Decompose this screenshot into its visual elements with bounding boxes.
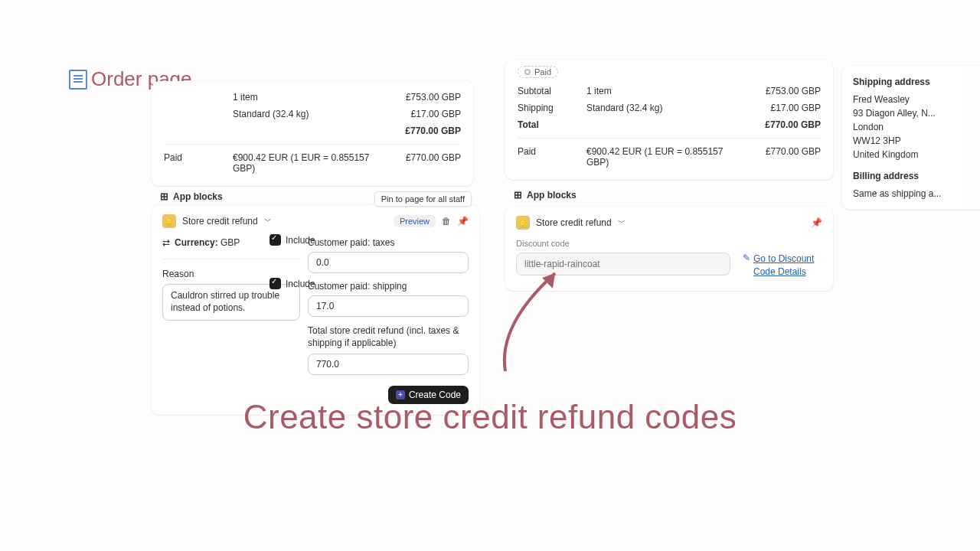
order-summary-left: 1 item £753.00 GBP Standard (32.4 kg) £1… xyxy=(152,81,473,186)
app-icon: 🪙 xyxy=(516,216,530,230)
include-shipping-checkbox[interactable] xyxy=(270,278,281,289)
ship-method: Standard xyxy=(233,109,270,119)
app-blocks-header: ⊞ App blocks xyxy=(160,191,223,202)
blocks-icon: ⊞ xyxy=(514,189,522,201)
ship-line: Fred Weasley xyxy=(853,93,977,106)
discount-details-link[interactable]: Go to Discount Code Details xyxy=(753,253,822,279)
billing-header: Billing address xyxy=(853,169,977,183)
ship-line: London xyxy=(853,120,977,134)
order-total: £770.00 GBP xyxy=(377,126,461,136)
pin-icon[interactable]: 📌 xyxy=(811,217,822,228)
pin-icon[interactable]: 📌 xyxy=(457,216,469,227)
app-blocks-header: ⊞ App blocks xyxy=(514,189,577,201)
preview-badge[interactable]: Preview xyxy=(394,215,436,227)
shipping-address-card: Shipping address Fred Weasley 93 Diagon … xyxy=(842,66,980,210)
include-label: Include xyxy=(286,235,315,246)
paid-conversion: €900.42 EUR (1 EUR = 0.855157 GBP) xyxy=(233,152,377,174)
currency-value: GBP xyxy=(220,237,240,248)
chevron-down-icon[interactable]: ﹀ xyxy=(618,217,626,228)
paid-conversion: €900.42 EUR (1 EUR = 0.855157 GBP) xyxy=(586,146,737,168)
arrow-icon xyxy=(482,264,574,379)
total-label: Total store credit refund (incl. taxes &… xyxy=(308,324,469,349)
item-price: £753.00 GBP xyxy=(377,92,461,103)
ship-method: Standard (32.4 kg) xyxy=(586,103,737,113)
swap-icon: ⇄ xyxy=(162,237,170,248)
pencil-icon: ✎ xyxy=(743,253,750,263)
refund-card-left: Pin to page for all staff 🪙 Store credit… xyxy=(152,205,479,415)
total-input[interactable] xyxy=(308,354,469,375)
refund-title: Store credit refund xyxy=(536,217,612,228)
chevron-down-icon[interactable]: ﹀ xyxy=(264,216,272,227)
item-count: 1 item xyxy=(586,86,737,96)
pin-tooltip: Pin to page for all staff xyxy=(374,191,472,207)
currency-label: Currency: xyxy=(175,237,218,248)
taxes-input[interactable] xyxy=(308,252,469,273)
subtotal-label: Subtotal xyxy=(518,86,586,96)
ship-price: £17.00 GBP xyxy=(377,109,461,119)
item-count: 1 item xyxy=(233,92,377,103)
include-label: Include xyxy=(286,279,315,289)
ship-line: United Kingdom xyxy=(853,148,977,161)
discount-label: Discount code xyxy=(516,239,822,248)
ship-price: £17.00 GBP xyxy=(737,103,821,113)
include-taxes-checkbox[interactable] xyxy=(270,234,281,246)
ship-weight: (32.4 kg) xyxy=(273,109,309,119)
item-price: £753.00 GBP xyxy=(737,86,821,96)
page-icon xyxy=(69,70,87,90)
paid-total: £770.00 GBP xyxy=(377,152,461,174)
ship-line: WW12 3HP xyxy=(853,134,977,148)
billing-text: Same as shipping a... xyxy=(853,187,977,201)
reason-input[interactable]: Cauldron stirred up trouble instead of p… xyxy=(162,284,300,321)
blocks-icon: ⊞ xyxy=(160,191,168,202)
order-total: £770.00 GBP xyxy=(737,119,821,130)
paid-total: £770.00 GBP xyxy=(737,146,821,168)
total-label: Total xyxy=(518,119,586,130)
order-summary-right: Paid Subtotal 1 item £753.00 GBP Shippin… xyxy=(505,60,833,180)
paid-label: Paid xyxy=(164,152,233,174)
headline: Create store credit refund codes xyxy=(0,398,980,436)
paid-badge: Paid xyxy=(518,66,558,78)
shipping-header: Shipping address xyxy=(853,75,977,89)
app-icon: 🪙 xyxy=(162,214,176,228)
ship-line: 93 Diagon Alley, N... xyxy=(853,106,977,120)
shipping-input[interactable] xyxy=(308,295,469,317)
shipping-label: Shipping xyxy=(518,103,586,113)
refund-title: Store credit refund xyxy=(182,216,258,227)
paid-label: Paid xyxy=(518,146,586,168)
trash-icon[interactable]: 🗑 xyxy=(442,216,451,227)
